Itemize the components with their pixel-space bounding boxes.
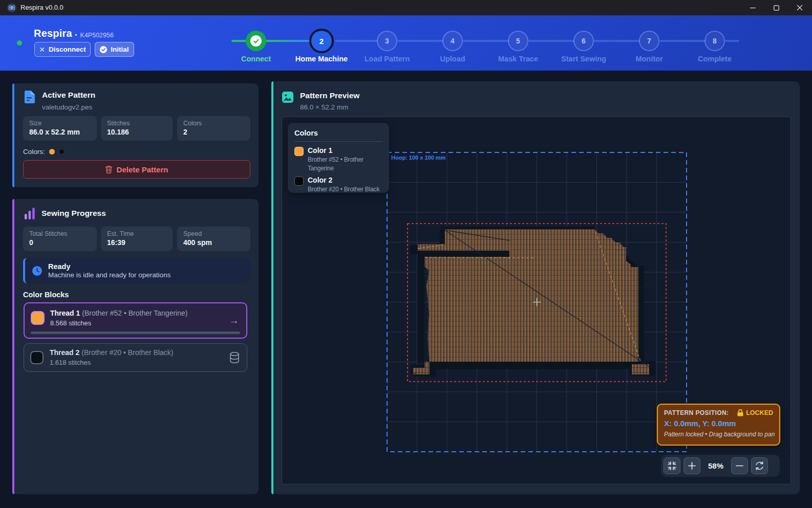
database-icon [229,352,240,365]
stat-total-label: Total Stitches [29,230,91,237]
check-icon [250,35,262,47]
pattern-preview-card: Pattern Preview 86.0 × 52.2 mm Hoop: 100… [271,81,800,494]
zoom-in-button[interactable] [683,457,700,474]
step-number: 5 [516,37,520,45]
stepper-connector [266,40,310,42]
step-number: 7 [647,37,651,45]
stepper-connector [659,40,706,42]
colors-legend-title: Colors [294,129,382,137]
pattern-coordinates: X: 0.0mm, Y: 0.0mm [664,419,773,428]
thread1-meta: (Brother #52 • Brother Tangerine) [82,309,187,317]
card-accent-edge [12,83,14,187]
serial-value: K4P502956 [80,32,114,39]
thread-block-2[interactable]: Thread 2 (Brother #20 • Brother Black) 1… [24,343,247,372]
stat-size-label: Size [29,120,91,127]
legend-name-2: Color 2 [308,176,379,184]
minimize-button[interactable] [741,0,764,15]
thread1-title: Thread 1 (Brother #52 • Brother Tangerin… [50,309,187,317]
stat-est-time: Est. Time 16:39 [101,227,173,251]
close-button[interactable] [788,0,811,15]
legend-swatch-2 [294,176,304,186]
card-accent-edge [12,199,14,494]
step-label-connect: Connect [220,55,292,63]
stepper-connector [463,40,509,42]
document-icon [25,91,35,105]
pattern-dimensions: 86.0 × 52.2 mm [300,103,348,111]
maximize-button[interactable] [764,0,788,15]
disconnect-label: Disconnect [49,46,86,53]
thread1-progress-bar [31,332,240,334]
machine-status-title: Ready [48,262,170,271]
thread-block-1[interactable]: Thread 1 (Brother #52 • Brother Tangerin… [24,302,247,339]
connection-status-dot [17,40,22,46]
active-pattern-title: Active Pattern [42,91,95,100]
step-circle-monitor[interactable]: 7 [639,31,659,51]
compress-icon [668,461,676,470]
stat-stitches-value: 10.186 [107,128,166,136]
legend-swatch-1 [294,147,304,156]
thread2-swatch [30,351,44,364]
step-circle-connect[interactable] [246,31,266,51]
initial-button[interactable]: Initial [95,42,134,57]
delete-pattern-label: Delete Pattern [117,165,168,174]
thread1-name: Thread 1 [50,309,80,317]
thread2-meta: (Brother #20 • Brother Black) [81,348,173,357]
app-brand: Respira [34,28,72,39]
zoom-out-button[interactable] [731,457,748,474]
thread1-stitches: 8.568 stitches [50,319,91,327]
step-number: 2 [319,37,324,46]
stat-speed-value: 400 spm [183,238,244,247]
pattern-position-overlay: PATTERN POSITION: LOCKED X: 0.0mm, Y: 0.… [657,404,780,446]
reset-view-button[interactable] [751,457,768,474]
stat-size-value: 86.0 x 52.2 mm [29,128,91,136]
window-title: Respira v0.0.0 [20,4,63,11]
step-circle-complete[interactable]: 8 [704,31,725,51]
machine-status-text: Machine is idle and ready for operations [48,271,170,279]
initial-check-icon [100,46,107,53]
stat-stitches-label: Stitches [107,120,166,127]
pattern-colors-label: Colors: [23,148,45,156]
lock-icon [737,409,743,416]
stepper-connector [528,40,574,42]
stat-speed-label: Speed [183,230,244,237]
step-number: 6 [582,37,586,45]
delete-pattern-button[interactable]: Delete Pattern [23,160,250,179]
thread2-stitches: 1.618 stitches [50,359,91,366]
stat-time-label: Est. Time [107,230,166,237]
plus-icon [688,462,696,470]
step-label-mask-trace: Mask Trace [482,55,554,63]
step-label-monitor: Monitor [613,55,685,63]
machine-status-box: Ready Machine is idle and ready for oper… [23,258,250,283]
legend-desc-2: Brother #20 • Brother Black [308,185,379,194]
titlebar: Respira v0.0.0 [0,0,812,15]
sewing-progress-title: Sewing Progress [41,209,106,218]
step-circle-upload[interactable]: 4 [442,31,463,51]
legend-color-1: Color 1 Brother #52 • Brother Tangerine [294,146,382,173]
thread2-title: Thread 2 (Brother #20 • Brother Black) [50,348,173,357]
legend-color-2: Color 2 Brother #20 • Brother Black [294,176,382,194]
stepper-connector [335,40,378,42]
sewing-progress-card: Sewing Progress Total Stitches 0 Est. Ti… [12,199,259,494]
disconnect-button[interactable]: ✕ Disconnect [34,42,91,57]
pattern-colors-row: Colors: [23,148,65,156]
refresh-icon [755,461,764,470]
pattern-filename: valetudogv2.pes [42,103,92,111]
trash-icon [105,166,112,173]
step-circle-load-pattern[interactable]: 3 [377,31,397,51]
step-label-complete: Complete [679,55,751,63]
stat-speed: Speed 400 spm [177,227,250,251]
fit-to-screen-button[interactable] [664,457,680,474]
stat-size: Size 86.0 x 52.2 mm [23,116,97,141]
arrow-right-icon: → [229,315,239,326]
pattern-lock-hint: Pattern locked • Drag background to pan [664,431,773,438]
step-label-load-pattern: Load Pattern [351,55,423,63]
step-circle-home-machine[interactable]: 2 [311,31,332,51]
preview-canvas[interactable]: Hoop: 100 x 100 mm Colors Color 1 Brothe… [282,117,791,484]
step-circle-start-sewing[interactable]: 6 [573,31,594,51]
step-circle-mask-trace[interactable]: 5 [508,31,528,51]
colors-legend-panel: Colors Color 1 Brother #52 • Brother Tan… [288,123,389,193]
image-icon [282,92,293,105]
stat-total-value: 0 [29,238,91,247]
color-dot-orange [49,149,55,154]
serial-bullet: • [75,31,77,39]
